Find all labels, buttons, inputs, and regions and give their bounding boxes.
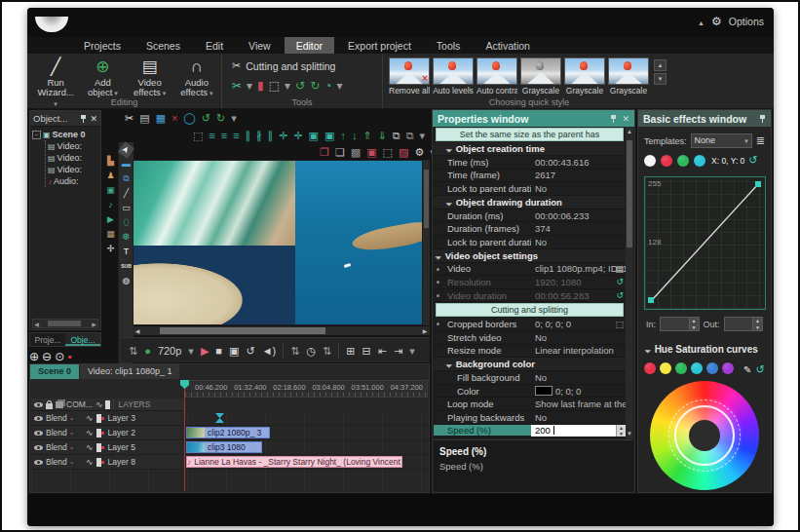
selection-mode-icon[interactable]: ⬚ — [193, 129, 203, 142]
in-value-input[interactable]: ▲▼ — [660, 317, 699, 331]
align-left-icon[interactable]: ≡ — [209, 129, 214, 142]
hue-red-dot[interactable] — [644, 362, 656, 374]
section-object-drawing-duration[interactable]: Object drawing duration — [434, 196, 626, 209]
reset-icon[interactable]: ↺ — [616, 277, 624, 286]
layer-name[interactable]: Layer 5 — [108, 442, 135, 452]
tooltip-tool-icon[interactable]: ◍ — [120, 276, 133, 287]
button-set-the-same-size-as-the-parent-has[interactable]: Set the same size as the parent has — [436, 128, 624, 141]
menu-item-projects[interactable]: Projects — [72, 37, 133, 54]
quality-status-dot[interactable]: ● — [144, 344, 151, 358]
properties-pin-icon[interactable] — [610, 115, 617, 123]
paste-special-icon[interactable]: ⧉ — [406, 129, 414, 142]
undo-icon[interactable]: ↺ — [202, 111, 210, 125]
video-preview[interactable] — [133, 160, 423, 325]
playhead[interactable] — [184, 380, 185, 491]
redo-icon[interactable]: ↻ — [216, 111, 225, 125]
clip-clip2-1080p-3[interactable]: clip2 1080p_ 3 — [186, 427, 270, 438]
chroma-box-icon[interactable]: ▣ — [366, 145, 376, 159]
hue-yellow-dot[interactable] — [660, 362, 671, 374]
send-back-icon[interactable]: ⇓ — [378, 129, 387, 142]
jump-end-button[interactable]: ⇥ — [394, 344, 402, 358]
delete-object-icon[interactable]: × — [171, 111, 177, 125]
out-value-input[interactable]: ▲▼ — [724, 317, 763, 331]
property-lock-to-parent-duration-8[interactable]: Lock to parent durationNo — [434, 236, 626, 249]
properties-close-icon[interactable]: ✕ — [622, 114, 629, 124]
quality-spinner[interactable]: ⇅ — [129, 344, 137, 358]
channel-red-dot[interactable] — [661, 155, 672, 167]
tree-node-video-1[interactable]: ▤Video: — [48, 152, 100, 164]
layer-visibility-icon[interactable] — [34, 416, 43, 421]
options-gear-icon[interactable] — [711, 15, 722, 28]
left-tab-proje[interactable]: Proje... — [30, 333, 65, 346]
property-video-10[interactable]: Videoclip1 1080p.mp4; ID=1▤ — [434, 263, 626, 277]
layer-visibility-icon[interactable] — [34, 445, 43, 450]
lock-column-icon[interactable] — [46, 403, 53, 409]
layer-name[interactable]: Layer 3 — [108, 413, 135, 423]
tree-expander-icon[interactable]: − — [32, 131, 41, 139]
timeline-tab-scene-0[interactable]: Scene 0 — [30, 364, 79, 379]
audio-object-tool-icon[interactable]: ♪ — [104, 200, 117, 211]
section-video-object-settings[interactable]: Video object settings — [434, 249, 626, 263]
menu-item-edit[interactable]: Edit — [194, 37, 235, 54]
objects-hscrollbar[interactable]: ◀▶ — [32, 319, 98, 328]
property-cropped-borders-14[interactable]: Cropped borders0; 0; 0; 0⬚ — [434, 318, 626, 331]
image-object-tool-icon[interactable]: ▣ — [104, 185, 117, 197]
align-right-icon[interactable]: ≡ — [233, 129, 239, 142]
line-tool-icon[interactable]: ╱ — [120, 188, 133, 200]
insert-right-button[interactable]: ⊟ — [362, 344, 370, 358]
menu-item-tools[interactable]: Tools — [425, 37, 473, 54]
subtitles-tool-icon[interactable]: SUB — [120, 261, 133, 273]
layer-audio-icon[interactable] — [86, 428, 94, 437]
rotate-left-icon[interactable]: ↺ — [295, 79, 305, 93]
property-color-19[interactable]: Color0; 0; 0 — [434, 385, 626, 399]
timeline-zoom-fit-button[interactable]: ⊙ — [55, 350, 64, 363]
chart-object-tool-icon[interactable]: ▙ — [104, 156, 117, 168]
tree-node-scene[interactable]: −▣Scene 0 — [32, 129, 100, 140]
timeline-tab-video-clip1-1080p-1[interactable]: Video: clip1 1080p_ 1 — [80, 364, 179, 379]
hue-cyan-dot[interactable] — [691, 362, 703, 374]
cut-split-tool-icon[interactable]: ✂ — [232, 79, 242, 93]
move-down-icon[interactable]: ↓ — [352, 129, 358, 142]
pointer-tool-icon[interactable]: ➤ — [118, 141, 134, 159]
quick-style-grayscale-4[interactable]: Grayscale — [564, 57, 605, 95]
clip-lianne-la-havas-starry-starry-[interactable]: ♪Lianne La Havas - _Starry Starry Night_… — [186, 456, 402, 468]
diagram-object-tool-icon[interactable]: ▦ — [104, 229, 117, 241]
property-video-duration-12[interactable]: Video duration00:00:56.283↺ — [434, 289, 626, 303]
fill-frame-icon[interactable]: ▦ — [156, 111, 166, 125]
property-resolution-11[interactable]: Resolution1920; 1080↺ — [434, 276, 626, 289]
collapse-ribbon-icon[interactable] — [698, 16, 705, 27]
channel-green-dot[interactable] — [677, 155, 689, 167]
property-resize-mode-16[interactable]: Resize modeLinear interpolation — [434, 345, 626, 359]
layer-lane[interactable]: clip2 1080p_ 3 — [184, 426, 428, 439]
effects-pin-icon[interactable] — [759, 115, 766, 123]
quick-style-auto-contrast-2[interactable]: Auto contrast — [476, 57, 517, 95]
hue-saturation-section[interactable]: Hue Saturation curves — [646, 344, 758, 355]
canvas-settings-gear-icon[interactable]: ⚙ — [414, 145, 424, 159]
cutting-splitting-header[interactable]: Cutting and splitting — [246, 60, 335, 72]
timeline-ruler[interactable]: 00:46.20001:32.40002:18.60003:04.80003:5… — [184, 380, 428, 398]
stop-button[interactable]: ■ — [215, 344, 222, 358]
composition-icon[interactable] — [56, 401, 63, 408]
group-tool-icon[interactable]: ⧉ — [120, 173, 133, 185]
tree-node-audio-3[interactable]: ♪Audio: — [48, 175, 100, 187]
layer-name[interactable]: Layer 8 — [108, 457, 135, 467]
redo-caret[interactable]: ▾ — [231, 111, 237, 125]
move-up-icon[interactable]: ↑ — [340, 129, 346, 142]
property-time-ms-2[interactable]: Time (ms)00:00:43.616 — [434, 156, 626, 170]
property-sound-stretching-mode-23[interactable]: Sound stretching modeTempo change — [434, 437, 626, 438]
timeline-zoom-in-button[interactable]: ⊕ — [29, 350, 39, 363]
bring-front-icon[interactable]: ⇑ — [362, 129, 371, 142]
reset-icon[interactable]: ↺ — [616, 290, 624, 300]
align-top-icon[interactable]: ∥ — [246, 129, 251, 142]
record-button[interactable]: ▪ — [67, 350, 71, 363]
frame-step-button[interactable]: ▣ — [229, 344, 239, 358]
templates-select[interactable]: None — [691, 133, 752, 148]
video-object-tool-icon[interactable]: ▶ — [104, 214, 117, 226]
preview-vscrollbar[interactable] — [423, 160, 430, 325]
keyframe-marker[interactable] — [215, 413, 224, 423]
menu-item-scenes[interactable]: Scenes — [134, 37, 192, 54]
align-bottom-icon[interactable]: ∥ — [268, 129, 274, 142]
layer-audio-icon[interactable] — [86, 457, 94, 467]
scene-grid-icon[interactable]: ▤ — [139, 111, 149, 125]
hue-green-dot[interactable] — [675, 362, 687, 374]
